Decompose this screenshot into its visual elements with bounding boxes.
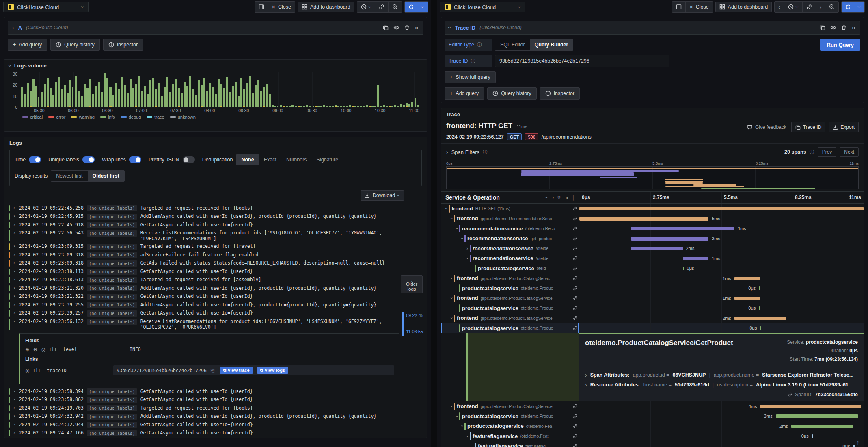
add-to-dashboard-button[interactable]: Add to dashboard: [298, 2, 354, 12]
legend-item-trace[interactable]: trace: [147, 115, 164, 119]
span-link-icon[interactable]: [573, 226, 577, 231]
span-timeline-cell[interactable]: 2ms: [579, 243, 864, 254]
span-name-cell[interactable]: ›recommendationservice/otelde: [441, 254, 579, 264]
log-row[interactable]: ›2024-02-19 09:22:45.915(no unique label…: [9, 213, 404, 221]
wrap-lines-toggle[interactable]: [129, 156, 141, 163]
view-trace-button[interactable]: ⧉ View trace: [220, 367, 253, 374]
span-name-cell[interactable]: productcatalogserviceoteldemo.Produc: [441, 323, 579, 333]
span-name-cell[interactable]: ›frontendHTTP GET (11ms): [441, 204, 579, 214]
expand-log-chevron-icon[interactable]: ›: [13, 302, 16, 307]
resource-attributes-row[interactable]: ›Resource Attributes:host.name =51d7989a…: [585, 382, 858, 388]
span-timeline-cell[interactable]: 3ms: [579, 411, 864, 421]
span-link-icon[interactable]: [573, 216, 577, 221]
share-link-button[interactable]: [802, 2, 816, 12]
log-row[interactable]: ›2024-02-19 09:23:18.613(no unique label…: [9, 276, 404, 284]
shift-time-back-button[interactable]: ‹: [775, 2, 784, 12]
span-timeline-cell[interactable]: [579, 204, 864, 214]
collapse-query-chevron-icon[interactable]: ›: [447, 27, 453, 29]
span-name-cell[interactable]: ›recommendationservice/otelde: [441, 243, 579, 254]
link-action-icons[interactable]: ◎ ılı: [25, 368, 41, 373]
query-row-trace-id[interactable]: › Trace ID (ClickHouse Cloud) ⠿: [445, 21, 860, 35]
span-row[interactable]: productcatalogserviceoteldemo.Produc0μs: [441, 323, 864, 333]
time-range-picker[interactable]: ›: [784, 2, 802, 12]
trace-minimap[interactable]: 0μs2.75ms5.5ms8.25ms11ms: [441, 160, 864, 191]
legend-item-debug[interactable]: debug: [121, 115, 141, 119]
span-row[interactable]: ›frontendgrpc.oteldemo.ProductCatalogSer…: [441, 273, 864, 284]
span-link-icon[interactable]: [573, 236, 577, 241]
span-timeline-cell[interactable]: 2ms: [579, 421, 864, 432]
span-name-cell[interactable]: ›frontendgrpc.oteldemo.ProductCatalogSer…: [441, 401, 579, 412]
sql-editor-option[interactable]: SQL Editor: [495, 39, 530, 50]
span-link-icon[interactable]: [573, 256, 577, 260]
span-row[interactable]: productcatalogserviceoteldemo.Produc0μs: [441, 283, 864, 293]
link-icon[interactable]: [788, 392, 792, 397]
give-feedback-button[interactable]: Give feedback: [745, 123, 788, 132]
span-timeline-cell[interactable]: 0μs: [579, 323, 864, 333]
expand-log-chevron-icon[interactable]: ›: [13, 269, 16, 273]
span-timeline-cell[interactable]: 4ms: [579, 401, 864, 412]
span-name-cell[interactable]: productcatalogserviceoteldemo.Produc: [441, 283, 579, 293]
info-icon[interactable]: ⓘ: [483, 149, 488, 156]
column-resize-handle[interactable]: ∥: [572, 195, 575, 201]
log-row[interactable]: ›2024-02-19 09:23:18.113(no unique label…: [9, 267, 404, 276]
span-row[interactable]: ›frontendgrpc.oteldemo.ProductCatalogSer…: [441, 313, 864, 323]
drag-handle-icon[interactable]: ⠿: [415, 25, 419, 31]
query-history-button[interactable]: Query history: [50, 39, 99, 51]
span-timeline-cell[interactable]: 5ms: [579, 214, 864, 224]
log-row[interactable]: ›2024-02-19 09:23:09.318(no unique label…: [9, 251, 404, 259]
info-icon[interactable]: ⓘ: [471, 58, 475, 65]
span-name-cell[interactable]: ›featureflagservice/oteldemo.Feat: [441, 431, 579, 441]
legend-item-critical[interactable]: critical: [22, 115, 43, 119]
split-pane-button[interactable]: [255, 2, 268, 12]
trace-id-copy-button[interactable]: Trace ID: [791, 122, 826, 132]
span-timeline-cell[interactable]: 0μs: [579, 283, 864, 293]
expand-span-filters-chevron-icon[interactable]: ›: [446, 149, 448, 155]
add-query-button[interactable]: + Add query: [445, 87, 484, 100]
span-link-icon[interactable]: [573, 286, 577, 291]
log-row[interactable]: ›2024-02-19 09:23:56.132(no unique label…: [9, 317, 404, 331]
span-link-icon[interactable]: [573, 296, 577, 300]
span-row[interactable]: ›frontendgrpc.oteldemo.ProductCatalogSer…: [441, 401, 864, 412]
disable-query-eye-icon[interactable]: [830, 25, 836, 30]
collapse-span-chevron-icon[interactable]: ›: [455, 226, 459, 231]
span-row[interactable]: featureflagservicefeatureflag0μs: [441, 441, 864, 447]
span-row[interactable]: ›recommendationservice/otelde2ms: [441, 243, 864, 254]
drag-handle-icon[interactable]: ⠿: [851, 25, 856, 31]
expand-attributes-chevron-icon[interactable]: ›: [585, 382, 587, 388]
split-pane-button[interactable]: [672, 2, 685, 12]
log-scroll-range-indicator[interactable]: 09:22:45 — 11:06:55: [402, 312, 423, 336]
run-query-button[interactable]: Run Query: [820, 39, 860, 51]
span-name-cell[interactable]: ›productcatalogserviceoteldemo.Produc: [441, 411, 579, 421]
span-link-icon[interactable]: [573, 326, 577, 330]
legend-item-unknown[interactable]: unknown: [170, 115, 196, 119]
collapse-log-chevron-icon[interactable]: ›: [12, 320, 17, 323]
expand-log-chevron-icon[interactable]: ›: [13, 294, 16, 298]
log-row[interactable]: ›2024-02-19 09:23:21.322(no unique label…: [9, 293, 404, 301]
delete-query-trash-icon[interactable]: [404, 25, 410, 30]
collapse-span-chevron-icon[interactable]: ›: [449, 216, 454, 221]
log-row[interactable]: ›2024-02-19 09:24:47.166(no unique label…: [9, 429, 404, 438]
zoom-out-button[interactable]: [825, 2, 838, 12]
span-timeline-cell[interactable]: 1ms: [579, 254, 864, 264]
expand-one-icon[interactable]: ›: [552, 195, 554, 200]
expand-log-chevron-icon[interactable]: ›: [13, 222, 16, 227]
collapse-span-chevron-icon[interactable]: ›: [449, 404, 454, 409]
span-row[interactable]: ›frontendHTTP GET (11ms): [441, 204, 864, 214]
query-history-button[interactable]: Query history: [487, 87, 536, 100]
collapse-span-chevron-icon[interactable]: ›: [449, 276, 454, 281]
span-timeline-cell[interactable]: 0μs: [579, 263, 864, 273]
collapse-span-chevron-icon[interactable]: ›: [449, 316, 454, 321]
log-row[interactable]: ›2024-02-19 09:24:32.944(no unique label…: [9, 421, 404, 429]
span-row[interactable]: ›productcatalogserviceoteldemo.Fea2ms: [441, 421, 864, 432]
expand-attributes-chevron-icon[interactable]: ›: [585, 372, 587, 378]
add-query-button[interactable]: + Add query: [8, 39, 47, 51]
inspector-button[interactable]: Inspector: [540, 87, 580, 100]
span-timeline-cell[interactable]: 2ms: [579, 313, 864, 323]
sort-oldest-first[interactable]: Oldest first: [88, 171, 124, 181]
expand-log-chevron-icon[interactable]: ›: [13, 260, 16, 265]
log-row[interactable]: ›2024-02-19 09:23:21.320(no unique label…: [9, 284, 404, 293]
run-refresh-button[interactable]: [842, 2, 855, 12]
log-row[interactable]: ›2024-02-19 09:24:47.954(no unique label…: [9, 437, 404, 438]
span-link-icon[interactable]: [573, 246, 577, 251]
collapse-one-icon[interactable]: ›: [544, 197, 550, 199]
